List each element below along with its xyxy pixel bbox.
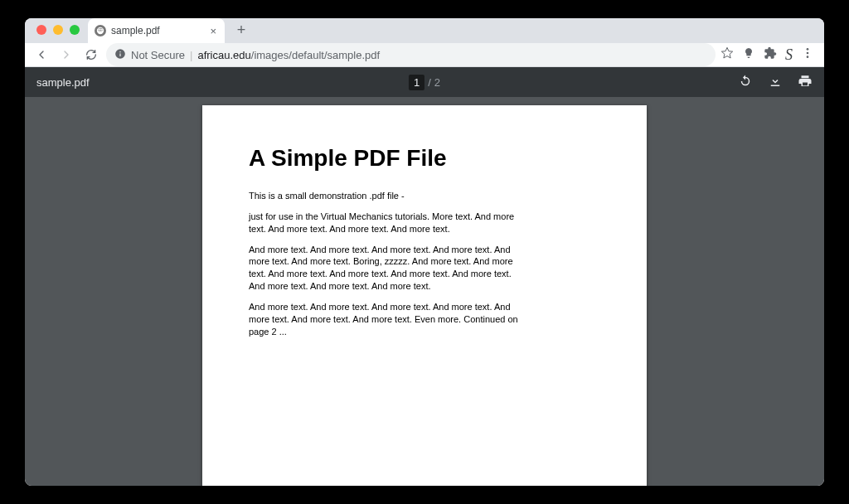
- current-page-input[interactable]: 1: [409, 75, 424, 90]
- globe-icon: [95, 25, 106, 36]
- bookmark-star-icon[interactable]: [720, 46, 734, 63]
- info-icon: [114, 48, 126, 62]
- divider: |: [190, 49, 192, 61]
- toolbar-right: S: [720, 46, 817, 64]
- pdf-filename: sample.pdf: [36, 76, 90, 89]
- page-indicator: 1 / 2: [409, 75, 440, 90]
- reload-button[interactable]: [81, 45, 101, 65]
- window-controls: [32, 25, 88, 43]
- print-button[interactable]: [798, 74, 813, 91]
- url-text: africau.edu/images/default/sample.pdf: [197, 49, 380, 61]
- pdf-canvas-area[interactable]: A Simple PDF File This is a small demons…: [25, 97, 824, 486]
- download-button[interactable]: [768, 74, 783, 91]
- extension-bulb-icon[interactable]: [742, 46, 755, 63]
- svg-point-0: [807, 48, 809, 51]
- page-paragraph: just for use in the Virtual Mechanics tu…: [249, 211, 522, 235]
- pdf-viewer: sample.pdf 1 / 2 A Si: [25, 67, 824, 486]
- page-title: A Simple PDF File: [249, 145, 600, 172]
- new-tab-button[interactable]: +: [230, 18, 253, 41]
- page-paragraph: And more text. And more text. And more t…: [249, 244, 522, 293]
- tab-close-button[interactable]: ×: [210, 25, 216, 37]
- browser-menu-icon[interactable]: [801, 46, 814, 63]
- page-paragraph: This is a small demonstration .pdf file …: [249, 190, 522, 202]
- back-button[interactable]: [32, 45, 51, 65]
- rotate-button[interactable]: [738, 74, 753, 91]
- page-paragraph: And more text. And more text. And more t…: [249, 301, 522, 338]
- address-bar[interactable]: Not Secure | africau.edu/images/default/…: [106, 43, 716, 66]
- pdf-actions: [738, 74, 813, 91]
- page-sep: /: [428, 76, 431, 89]
- tab-strip: sample.pdf × +: [25, 18, 824, 43]
- window-close[interactable]: [36, 25, 46, 35]
- extension-s-icon[interactable]: S: [785, 46, 793, 64]
- pdf-page: A Simple PDF File This is a small demons…: [202, 105, 647, 486]
- browser-toolbar: Not Secure | africau.edu/images/default/…: [25, 43, 824, 67]
- window-minimize[interactable]: [53, 25, 63, 35]
- extensions-puzzle-icon[interactable]: [764, 46, 777, 63]
- security-label: Not Secure: [131, 49, 185, 61]
- window-maximize[interactable]: [70, 25, 80, 35]
- pdf-toolbar: sample.pdf 1 / 2: [25, 67, 824, 97]
- svg-point-1: [807, 52, 809, 55]
- forward-button[interactable]: [56, 45, 76, 65]
- browser-window: sample.pdf × + Not Secure | africau.edu/…: [25, 18, 824, 486]
- tab-title: sample.pdf: [111, 25, 205, 36]
- browser-tab[interactable]: sample.pdf ×: [88, 18, 225, 43]
- total-pages: 2: [434, 76, 440, 89]
- svg-point-2: [807, 56, 809, 58]
